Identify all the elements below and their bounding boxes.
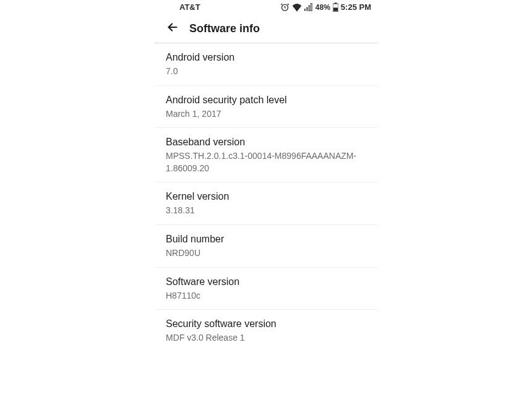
page-title: Software info bbox=[189, 22, 260, 35]
status-bar: AT&T bbox=[155, 0, 377, 14]
info-label: Android version bbox=[166, 52, 366, 63]
info-value: MDF v3.0 Release 1 bbox=[166, 332, 366, 344]
phone-screen: AT&T bbox=[155, 0, 377, 413]
svg-rect-1 bbox=[304, 9, 306, 11]
info-label: Android security patch level bbox=[166, 95, 366, 106]
software-version-item[interactable]: Software version H87110c bbox=[155, 268, 377, 310]
back-arrow-icon[interactable] bbox=[166, 20, 179, 36]
svg-rect-7 bbox=[333, 7, 338, 11]
software-info-list: Android version 7.0 Android security pat… bbox=[155, 43, 377, 352]
security-patch-item[interactable]: Android security patch level March 1, 20… bbox=[155, 86, 377, 129]
security-software-version-item[interactable]: Security software version MDF v3.0 Relea… bbox=[155, 310, 377, 352]
info-label: Security software version bbox=[166, 318, 366, 330]
page-header: Software info bbox=[155, 14, 377, 43]
svg-rect-3 bbox=[309, 6, 310, 11]
build-number-item[interactable]: Build number NRD90U bbox=[155, 225, 377, 268]
info-value: H87110c bbox=[166, 290, 366, 302]
info-value: March 1, 2017 bbox=[166, 108, 366, 121]
info-label: Build number bbox=[166, 234, 366, 245]
signal-icon bbox=[304, 3, 313, 11]
wifi-icon bbox=[292, 3, 302, 12]
baseband-version-item[interactable]: Baseband version MPSS.TH.2.0.1.c3.1-0001… bbox=[155, 128, 377, 182]
info-value: NRD90U bbox=[166, 247, 366, 260]
status-bar-right: 48% 5:25 PM bbox=[280, 2, 371, 12]
svg-rect-6 bbox=[335, 2, 337, 4]
info-label: Software version bbox=[166, 276, 366, 287]
info-value: 3.18.31 bbox=[166, 205, 366, 217]
battery-percentage: 48% bbox=[315, 3, 330, 12]
battery-icon bbox=[333, 2, 338, 12]
alarm-icon bbox=[280, 2, 290, 12]
svg-rect-4 bbox=[311, 3, 312, 11]
svg-rect-2 bbox=[306, 7, 307, 11]
info-label: Kernel version bbox=[166, 191, 366, 202]
info-value: 7.0 bbox=[166, 66, 366, 78]
time-label: 5:25 PM bbox=[341, 2, 371, 12]
kernel-version-item[interactable]: Kernel version 3.18.31 bbox=[155, 182, 377, 225]
info-value: MPSS.TH.2.0.1.c3.1-00014-M8996FAAAANAZM-… bbox=[166, 150, 366, 174]
android-version-item[interactable]: Android version 7.0 bbox=[155, 43, 377, 86]
info-label: Baseband version bbox=[166, 137, 366, 148]
carrier-label: AT&T bbox=[179, 2, 200, 12]
